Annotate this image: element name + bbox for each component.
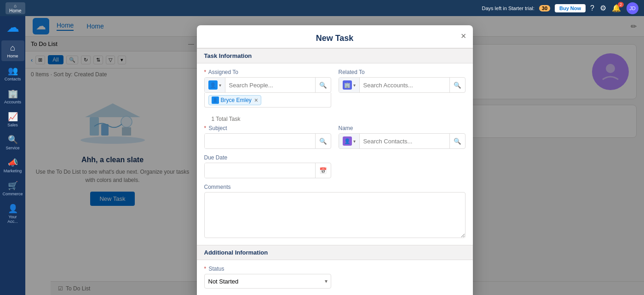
sidebar-item-label: Home [7,54,18,58]
home-nav-label: Home [9,8,22,13]
sidebar-item-contacts[interactable]: 👥 Contacts [1,63,24,84]
top-bar-left: ⌂ Home [6,2,25,14]
modal-overlay: New Task × Task Information * Assigned T… [25,16,644,295]
assigned-related-row: * Assigned To 👤 ▾ 🔍 [204,69,466,108]
buy-now-button[interactable]: Buy Now [555,4,586,12]
service-icon: 🔍 [8,135,18,145]
modal-title: New Task [204,34,466,43]
avatar[interactable]: JD [627,2,638,14]
chevron-down-icon: ▾ [353,139,356,144]
sidebar-item-home[interactable]: ⌂ Home [1,40,24,61]
accounts-icon: 🏢 [8,89,18,99]
required-star: * [204,266,207,272]
name-search-btn[interactable]: 🔍 [449,134,465,148]
subject-input[interactable] [205,134,315,148]
task-information-section: Task Information [197,48,473,63]
marketing-icon: 📣 [8,158,18,168]
notification-badge: 2 [618,2,624,7]
notifications-icon[interactable]: 🔔 2 [612,4,621,12]
status-spacer [339,266,466,289]
additional-info-section: Additional Information [197,245,473,260]
trial-days-badge: 30 [539,5,550,11]
sidebar-item-service[interactable]: 🔍 Service [1,132,24,153]
commerce-icon: 🛒 [8,181,18,191]
token-remove-button[interactable]: × [253,97,258,103]
related-to-input[interactable] [360,78,449,92]
due-date-input-wrapper: 📅 [204,163,331,178]
assigned-token: 👤 Bryce Emley × [208,95,262,105]
name-icon-btn[interactable]: 👤 ▾ [339,134,360,148]
assigned-to-label: * Assigned To [204,69,331,75]
subject-search-btn[interactable]: 🔍 [315,134,331,148]
status-select-wrapper: Not Started In Progress Completed Waitin… [204,274,331,289]
additional-info-form-body: * Status Not Started In Progress Complet… [197,260,473,295]
contacts-icon: 👥 [8,66,18,76]
token-container: 👤 Bryce Emley × [204,93,331,108]
assigned-to-icon-btn[interactable]: 👤 ▾ [205,78,225,92]
cloud-icon: ☁ [6,20,19,34]
task-count: 1 Total Task [204,113,466,125]
subject-label: * Subject [204,125,331,131]
sales-icon: 📈 [8,112,18,122]
status-select[interactable]: Not Started In Progress Completed Waitin… [204,274,331,289]
due-date-label: Due Date [204,154,331,161]
your-account-icon: 👤 [8,204,18,214]
sidebar-item-accounts[interactable]: 🏢 Accounts [1,86,24,107]
sidebar-item-label: Marketing [4,169,22,173]
assigned-to-lookup[interactable]: 👤 ▾ 🔍 [204,77,331,93]
assigned-to-input[interactable] [225,78,315,92]
sidebar: ☁ ⌂ Home 👥 Contacts 🏢 Accounts 📈 Sales 🔍… [0,16,25,295]
sidebar-item-commerce[interactable]: 🛒 Commerce [1,178,24,199]
comments-group: Comments [204,184,466,239]
modal-close-button[interactable]: × [461,31,466,41]
top-nav-bar: ⌂ Home Days left in Starter trial: 30 Bu… [0,0,644,16]
chevron-down-icon: ▾ [219,83,221,88]
chevron-down-icon: ▾ [353,83,356,88]
name-input[interactable] [360,134,449,148]
required-star: * [204,125,207,131]
name-label: Name [339,125,466,131]
required-star: * [204,69,207,75]
due-date-group: Due Date 📅 [204,154,331,178]
status-label: * Status [204,266,331,272]
help-icon[interactable]: ? [590,4,594,12]
sidebar-item-label: Service [6,146,19,150]
comments-label: Comments [204,184,466,190]
due-date-input[interactable] [205,163,315,178]
new-task-modal: New Task × Task Information * Assigned T… [197,25,473,295]
main-content: ☁ Home Home ✏ To Do List — ‹ ⊞ All 🔍 ↻ ⇅… [25,16,644,295]
task-info-form-body: * Assigned To 👤 ▾ 🔍 [197,63,473,245]
home-sidebar-icon: ⌂ [10,43,15,53]
token-label: Bryce Emley [221,97,252,103]
related-to-icon-btn[interactable]: 🏢 ▾ [339,78,360,92]
settings-icon[interactable]: ⚙ [600,4,606,12]
contact-icon: 👤 [343,136,352,146]
status-group: * Status Not Started In Progress Complet… [204,266,331,289]
related-to-search-btn[interactable]: 🔍 [449,78,465,92]
related-to-lookup[interactable]: 🏢 ▾ 🔍 [339,77,466,93]
comments-input[interactable] [204,192,466,238]
trial-text: Days left in Starter trial: [482,6,534,11]
assigned-to-group: * Assigned To 👤 ▾ 🔍 [204,69,331,108]
home-nav-btn[interactable]: ⌂ Home [6,2,25,14]
assigned-to-search-btn[interactable]: 🔍 [315,78,331,92]
sidebar-item-your-account[interactable]: 👤 Your Acc... [1,201,24,227]
name-group: Name 👤 ▾ 🔍 [339,125,466,149]
calendar-icon[interactable]: 📅 [315,163,331,178]
account-icon: 🏢 [343,80,352,90]
sidebar-item-label: Sales [7,123,18,127]
due-date-spacer [339,154,466,178]
sidebar-item-sales[interactable]: 📈 Sales [1,109,24,130]
top-icons: ? ⚙ 🔔 2 JD [590,2,638,14]
sidebar-item-label: Commerce [3,192,23,196]
name-lookup[interactable]: 👤 ▾ 🔍 [339,133,466,149]
modal-header: New Task × [197,25,473,48]
sidebar-item-marketing[interactable]: 📣 Marketing [1,155,24,176]
due-date-row: Due Date 📅 [204,154,466,178]
top-bar-right: Days left in Starter trial: 30 Buy Now ?… [482,2,638,14]
home-icon: ⌂ [14,3,17,8]
token-person-icon: 👤 [212,96,219,104]
subject-name-row: * Subject 🔍 Name 👤 ▾ [204,125,466,149]
sidebar-item-label: Accounts [4,100,21,104]
sidebar-item-label: Contacts [5,77,21,81]
